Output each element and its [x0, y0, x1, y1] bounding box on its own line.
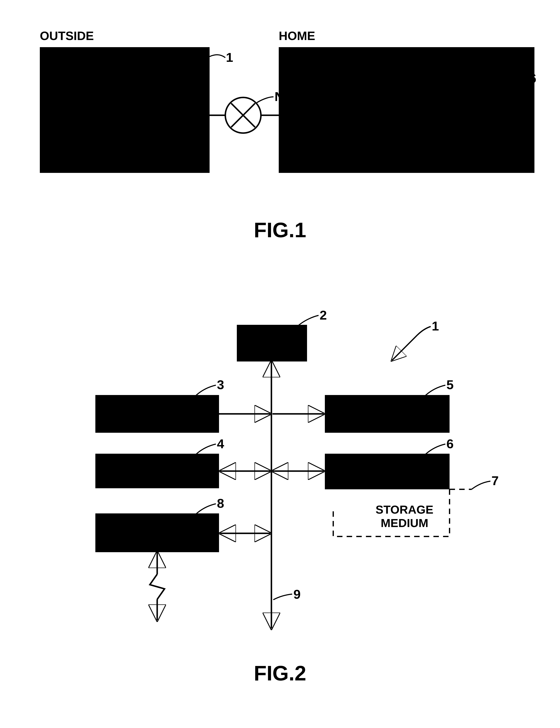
lead-ram-4: 4 — [217, 436, 224, 451]
lead-input-3: 3 — [217, 377, 224, 392]
lead-display-5: 5 — [446, 377, 454, 392]
svg-line-29 — [392, 335, 417, 360]
lead-system-1: 1 — [432, 319, 439, 333]
svg-point-2 — [58, 100, 192, 123]
input-label: INPUT DEVICE — [95, 400, 219, 427]
home-label: HOME — [279, 29, 315, 43]
terminal-title: MOBILE TERMINAL P D A — [54, 55, 195, 97]
page-container: OUTSIDE HOME MOBILE TERMINAL P D A SMALL… — [0, 0, 560, 728]
svg-line-11 — [231, 103, 255, 127]
hostpc-label: HOST P C — [298, 99, 338, 126]
fig1-memdev-label: SMALL CAPACITY MEMORY DEVICE — [60, 122, 190, 148]
svg-line-10 — [231, 103, 255, 127]
fig1-caption: FIG.1 — [0, 218, 560, 242]
lead-bus-9: 9 — [293, 587, 301, 602]
svg-point-5 — [363, 88, 522, 111]
fig2-caption: FIG.2 — [0, 661, 560, 685]
display-label: DISPLAY DEVICE — [325, 400, 450, 427]
lead-cpu-2: 2 — [320, 308, 327, 323]
lead-memdev-6: 6 — [183, 88, 191, 102]
lead-memdev-6b: 6 — [446, 436, 454, 451]
lead-network-n: N — [275, 89, 284, 104]
lead-comm-8: 8 — [217, 496, 224, 511]
diagram-svg — [0, 0, 560, 728]
svg-point-9 — [225, 97, 261, 133]
lead-terminal-1: 1 — [226, 50, 233, 65]
comm-label: COMMUNICATION DEVICE — [95, 519, 219, 544]
storage-medium-label: STORAGE MEDIUM — [348, 503, 461, 530]
fig2-memdev-label: SMALL CAPACITY MEMORY DEVICE — [325, 459, 450, 483]
lead-hostpc-20: 20 — [356, 76, 371, 91]
outside-label: OUTSIDE — [40, 29, 94, 43]
cpu-label: C P U — [237, 337, 307, 351]
lead-storage-26: 26 — [522, 71, 536, 86]
storage-label: LARGE CAPACITY STORAGE DEVICE — [365, 112, 520, 139]
ram-label: R A M — [95, 464, 219, 478]
lead-storage-medium-7: 7 — [491, 473, 499, 488]
